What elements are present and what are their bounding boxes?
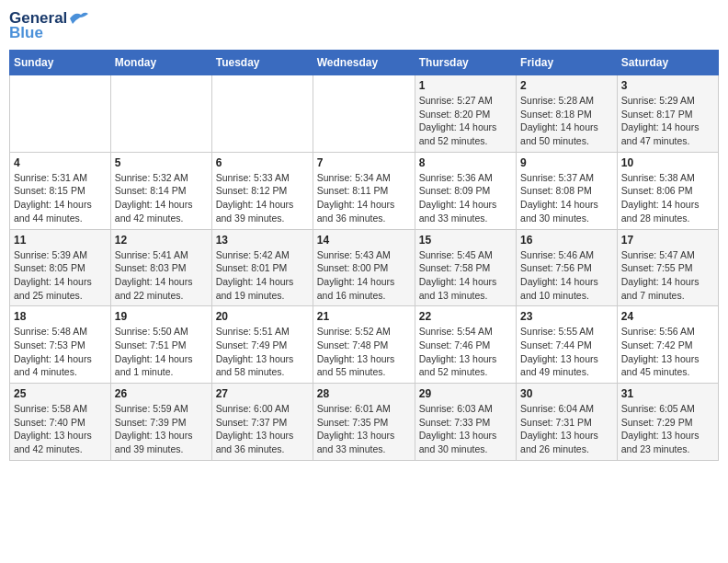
day-info: Sunrise: 5:55 AM Sunset: 7:44 PM Dayligh…	[520, 325, 613, 379]
day-info: Sunrise: 5:28 AM Sunset: 8:18 PM Dayligh…	[520, 94, 613, 148]
calendar-day-cell: 20Sunrise: 5:51 AM Sunset: 7:49 PM Dayli…	[211, 306, 313, 384]
calendar-day-cell: 16Sunrise: 5:46 AM Sunset: 7:56 PM Dayli…	[517, 229, 618, 306]
calendar-day-cell: 17Sunrise: 5:47 AM Sunset: 7:55 PM Dayli…	[617, 229, 718, 306]
day-info: Sunrise: 5:42 AM Sunset: 8:01 PM Dayligh…	[216, 248, 309, 303]
calendar-day-cell: 3Sunrise: 5:29 AM Sunset: 8:17 PM Daylig…	[617, 75, 718, 153]
calendar-day-cell: 14Sunrise: 5:43 AM Sunset: 8:00 PM Dayli…	[313, 229, 415, 306]
day-number: 24	[621, 310, 714, 323]
calendar-day-cell: 19Sunrise: 5:50 AM Sunset: 7:51 PM Dayli…	[110, 306, 211, 384]
day-info: Sunrise: 5:31 AM Sunset: 8:15 PM Dayligh…	[14, 171, 107, 225]
day-info: Sunrise: 5:36 AM Sunset: 8:09 PM Dayligh…	[419, 171, 512, 225]
day-number: 27	[216, 387, 309, 400]
day-info: Sunrise: 5:50 AM Sunset: 7:51 PM Dayligh…	[115, 325, 208, 379]
day-info: Sunrise: 6:04 AM Sunset: 7:31 PM Dayligh…	[520, 402, 613, 456]
day-info: Sunrise: 5:48 AM Sunset: 7:53 PM Dayligh…	[14, 325, 107, 379]
calendar-day-cell	[313, 75, 415, 153]
day-info: Sunrise: 5:59 AM Sunset: 7:39 PM Dayligh…	[115, 402, 208, 456]
calendar-day-cell: 21Sunrise: 5:52 AM Sunset: 7:48 PM Dayli…	[313, 306, 415, 384]
calendar-day-cell: 9Sunrise: 5:37 AM Sunset: 8:08 PM Daylig…	[517, 152, 618, 229]
day-number: 1	[419, 79, 512, 92]
weekday-header: Thursday	[415, 51, 516, 75]
calendar-day-cell: 26Sunrise: 5:59 AM Sunset: 7:39 PM Dayli…	[110, 384, 211, 461]
day-number: 5	[115, 156, 208, 169]
day-info: Sunrise: 5:51 AM Sunset: 7:49 PM Dayligh…	[216, 325, 309, 379]
logo-bird-icon	[68, 9, 88, 28]
day-info: Sunrise: 5:43 AM Sunset: 8:00 PM Dayligh…	[317, 248, 411, 303]
calendar-week-row: 25Sunrise: 5:58 AM Sunset: 7:40 PM Dayli…	[10, 384, 719, 461]
day-number: 19	[115, 310, 208, 323]
calendar-day-cell: 5Sunrise: 5:32 AM Sunset: 8:14 PM Daylig…	[110, 152, 211, 229]
calendar-day-cell: 13Sunrise: 5:42 AM Sunset: 8:01 PM Dayli…	[211, 229, 313, 306]
calendar-day-cell: 28Sunrise: 6:01 AM Sunset: 7:35 PM Dayli…	[313, 384, 415, 461]
day-info: Sunrise: 5:56 AM Sunset: 7:42 PM Dayligh…	[621, 325, 714, 379]
day-info: Sunrise: 5:32 AM Sunset: 8:14 PM Dayligh…	[115, 171, 208, 225]
weekday-header-row: SundayMondayTuesdayWednesdayThursdayFrid…	[10, 51, 719, 75]
calendar-day-cell: 27Sunrise: 6:00 AM Sunset: 7:37 PM Dayli…	[211, 384, 313, 461]
calendar-day-cell: 31Sunrise: 6:05 AM Sunset: 7:29 PM Dayli…	[617, 384, 718, 461]
logo: General Blue	[9, 9, 89, 42]
calendar-week-row: 1Sunrise: 5:27 AM Sunset: 8:20 PM Daylig…	[10, 75, 719, 153]
day-number: 18	[14, 310, 107, 323]
day-info: Sunrise: 5:37 AM Sunset: 8:08 PM Dayligh…	[520, 171, 613, 225]
calendar-day-cell: 18Sunrise: 5:48 AM Sunset: 7:53 PM Dayli…	[10, 306, 111, 384]
day-number: 31	[621, 387, 714, 400]
day-number: 22	[419, 310, 512, 323]
day-info: Sunrise: 5:41 AM Sunset: 8:03 PM Dayligh…	[115, 248, 208, 303]
day-number: 2	[520, 79, 613, 92]
calendar-day-cell	[110, 75, 211, 153]
day-number: 15	[419, 234, 512, 247]
day-number: 3	[621, 79, 714, 92]
day-number: 11	[14, 234, 107, 247]
day-number: 12	[115, 234, 208, 247]
calendar-day-cell: 12Sunrise: 5:41 AM Sunset: 8:03 PM Dayli…	[110, 229, 211, 306]
weekday-header: Wednesday	[313, 51, 415, 75]
calendar-day-cell: 30Sunrise: 6:04 AM Sunset: 7:31 PM Dayli…	[517, 384, 618, 461]
day-number: 17	[621, 234, 714, 247]
weekday-header: Sunday	[10, 51, 111, 75]
calendar-day-cell	[10, 75, 111, 153]
day-number: 28	[317, 387, 411, 400]
weekday-header: Saturday	[617, 51, 718, 75]
day-info: Sunrise: 6:05 AM Sunset: 7:29 PM Dayligh…	[621, 402, 714, 456]
page-header: General Blue	[9, 9, 719, 42]
day-number: 20	[216, 310, 309, 323]
calendar-day-cell: 29Sunrise: 6:03 AM Sunset: 7:33 PM Dayli…	[415, 384, 516, 461]
day-number: 13	[216, 234, 309, 247]
calendar-day-cell: 1Sunrise: 5:27 AM Sunset: 8:20 PM Daylig…	[415, 75, 516, 153]
weekday-header: Tuesday	[211, 51, 313, 75]
calendar-day-cell: 8Sunrise: 5:36 AM Sunset: 8:09 PM Daylig…	[415, 152, 516, 229]
day-number: 25	[14, 387, 107, 400]
day-number: 10	[621, 156, 714, 169]
calendar-day-cell: 7Sunrise: 5:34 AM Sunset: 8:11 PM Daylig…	[313, 152, 415, 229]
weekday-header: Friday	[517, 51, 618, 75]
calendar-day-cell: 25Sunrise: 5:58 AM Sunset: 7:40 PM Dayli…	[10, 384, 111, 461]
day-number: 7	[317, 156, 411, 169]
day-number: 29	[419, 387, 512, 400]
day-info: Sunrise: 6:03 AM Sunset: 7:33 PM Dayligh…	[419, 402, 512, 456]
calendar-table: SundayMondayTuesdayWednesdayThursdayFrid…	[9, 50, 719, 461]
weekday-header: Monday	[110, 51, 211, 75]
day-info: Sunrise: 5:45 AM Sunset: 7:58 PM Dayligh…	[419, 248, 512, 303]
day-number: 26	[115, 387, 208, 400]
calendar-day-cell: 22Sunrise: 5:54 AM Sunset: 7:46 PM Dayli…	[415, 306, 516, 384]
calendar-week-row: 18Sunrise: 5:48 AM Sunset: 7:53 PM Dayli…	[10, 306, 719, 384]
day-info: Sunrise: 5:29 AM Sunset: 8:17 PM Dayligh…	[621, 94, 714, 148]
day-number: 21	[317, 310, 411, 323]
day-info: Sunrise: 5:33 AM Sunset: 8:12 PM Dayligh…	[216, 171, 309, 225]
calendar-week-row: 11Sunrise: 5:39 AM Sunset: 8:05 PM Dayli…	[10, 229, 719, 306]
calendar-day-cell: 23Sunrise: 5:55 AM Sunset: 7:44 PM Dayli…	[517, 306, 618, 384]
calendar-week-row: 4Sunrise: 5:31 AM Sunset: 8:15 PM Daylig…	[10, 152, 719, 229]
day-info: Sunrise: 5:54 AM Sunset: 7:46 PM Dayligh…	[419, 325, 512, 379]
day-number: 6	[216, 156, 309, 169]
day-info: Sunrise: 5:39 AM Sunset: 8:05 PM Dayligh…	[14, 248, 107, 303]
day-number: 14	[317, 234, 411, 247]
day-number: 23	[520, 310, 613, 323]
calendar-day-cell: 10Sunrise: 5:38 AM Sunset: 8:06 PM Dayli…	[617, 152, 718, 229]
calendar-day-cell: 4Sunrise: 5:31 AM Sunset: 8:15 PM Daylig…	[10, 152, 111, 229]
day-info: Sunrise: 6:00 AM Sunset: 7:37 PM Dayligh…	[216, 402, 309, 456]
calendar-day-cell: 2Sunrise: 5:28 AM Sunset: 8:18 PM Daylig…	[517, 75, 618, 153]
day-info: Sunrise: 5:52 AM Sunset: 7:48 PM Dayligh…	[317, 325, 411, 379]
day-number: 16	[520, 234, 613, 247]
calendar-day-cell: 6Sunrise: 5:33 AM Sunset: 8:12 PM Daylig…	[211, 152, 313, 229]
logo-blue-text: Blue	[9, 24, 43, 42]
